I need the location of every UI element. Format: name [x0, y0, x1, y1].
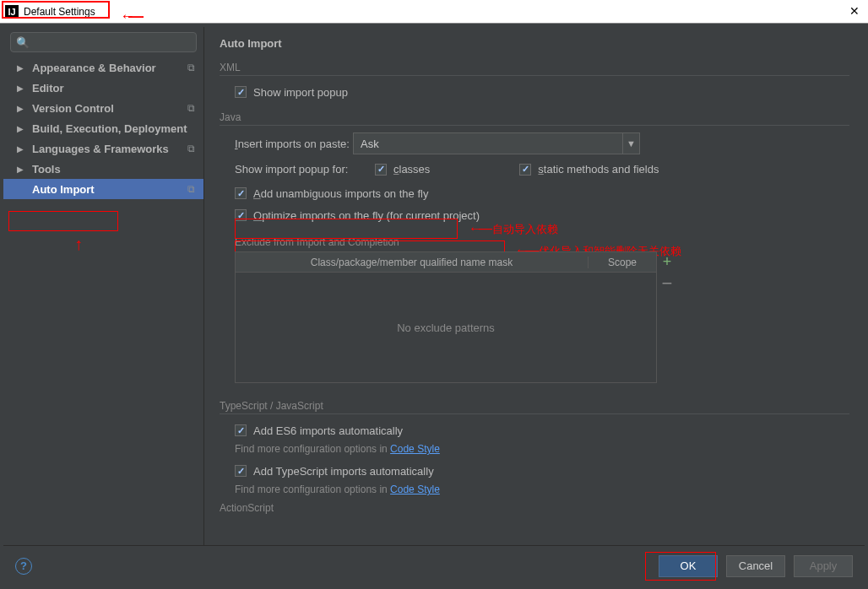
divider	[220, 413, 849, 414]
optimize-label: Optimize imports on the fly (for current…	[253, 209, 480, 222]
classes-label: classes	[393, 163, 430, 176]
section-java: Java	[220, 111, 849, 123]
close-icon[interactable]: ✕	[849, 4, 860, 18]
settings-content: Auto Import XML Show import popup Java I…	[204, 27, 865, 545]
app-icon: IJ	[5, 5, 19, 19]
settings-tree: ▶Appearance & Behavior⧉ ▶Editor ▶Version…	[3, 57, 203, 199]
checkbox-classes[interactable]	[375, 164, 387, 176]
copy-icon: ⧉	[187, 183, 195, 195]
dialog-buttons: ? OK Cancel Apply	[3, 545, 865, 586]
code-style-link[interactable]: Code Style	[390, 443, 440, 455]
divider	[220, 75, 849, 76]
settings-sidebar: 🔍 ▶Appearance & Behavior⧉ ▶Editor ▶Versi…	[3, 27, 204, 545]
apply-button[interactable]: Apply	[794, 555, 853, 577]
tree-auto-import[interactable]: Auto Import⧉	[3, 179, 203, 199]
window-title: Default Settings	[24, 6, 95, 18]
code-style-link-2[interactable]: Code Style	[390, 484, 440, 495]
popup-for-row: Show import popup for: classes static me…	[235, 163, 849, 176]
paste-select[interactable]: Ask ▼	[353, 132, 640, 154]
checkbox-static[interactable]	[519, 164, 531, 176]
ts-block: TypeScript / JavaScript Add ES6 imports …	[220, 400, 849, 495]
exclude-table: Class/package/member qualified name mask…	[235, 251, 657, 383]
remove-icon[interactable]: −	[658, 279, 676, 288]
help-icon[interactable]: ?	[15, 558, 32, 575]
es6-hint: Find more configuration options in Code …	[235, 443, 849, 455]
es6-row[interactable]: Add ES6 imports automatically	[235, 421, 849, 440]
table-actions: + −	[658, 252, 676, 288]
search-input-wrap[interactable]: 🔍	[10, 32, 197, 52]
xml-show-popup-label: Show import popup	[253, 86, 348, 99]
checkbox-optimize[interactable]	[235, 209, 247, 221]
ok-button[interactable]: OK	[659, 555, 718, 577]
optimize-row[interactable]: Optimize imports on the fly (for current…	[235, 206, 849, 224]
col-scope: Scope	[589, 257, 656, 268]
paste-label: Insert imports on paste:	[235, 138, 353, 150]
divider	[220, 125, 849, 126]
chevron-right-icon: ▶	[17, 63, 27, 73]
java-block: Insert imports on paste: Ask ▼ Show impo…	[220, 132, 849, 383]
window-titlebar: IJ Default Settings ✕	[0, 0, 868, 24]
ts-hint: Find more configuration options in Code …	[235, 484, 849, 495]
ts-imports-row[interactable]: Add TypeScript imports automatically	[235, 462, 849, 480]
tree-editor[interactable]: ▶Editor	[3, 78, 203, 98]
copy-icon: ⧉	[187, 143, 195, 154]
checkbox-es6[interactable]	[235, 424, 247, 436]
paste-row: Insert imports on paste: Ask ▼	[235, 132, 849, 154]
search-input[interactable]	[33, 35, 191, 49]
popup-for-label: Show import popup for:	[235, 163, 353, 176]
chevron-right-icon: ▶	[17, 84, 27, 93]
tree-build[interactable]: ▶Build, Execution, Deployment	[3, 118, 203, 138]
chevron-right-icon: ▶	[17, 165, 27, 174]
tree-tools[interactable]: ▶Tools	[3, 159, 203, 179]
add-unambiguous-label: Add unambiguous imports on the fly	[253, 187, 428, 200]
tree-appearance[interactable]: ▶Appearance & Behavior⧉	[3, 57, 203, 78]
cancel-button[interactable]: Cancel	[726, 555, 785, 577]
xml-show-popup-row[interactable]: Show import popup	[235, 83, 849, 101]
col-mask: Class/package/member qualified name mask	[236, 257, 589, 268]
table-header: Class/package/member qualified name mask…	[236, 252, 656, 273]
add-unambiguous-row[interactable]: Add unambiguous imports on the fly	[235, 184, 849, 203]
chevron-right-icon: ▶	[17, 144, 27, 154]
es6-label: Add ES6 imports automatically	[253, 424, 403, 437]
search-icon: 🔍	[16, 36, 30, 49]
section-xml: XML	[220, 62, 849, 73]
section-ts: TypeScript / JavaScript	[220, 400, 849, 412]
copy-icon: ⧉	[187, 62, 195, 73]
checkbox-ts-imports[interactable]	[235, 465, 247, 477]
checkbox-xml-show-popup[interactable]	[235, 86, 247, 98]
copy-icon: ⧉	[187, 102, 195, 114]
section-actionscript: ActionScript	[220, 502, 849, 514]
table-empty: No exclude patterns	[236, 273, 656, 382]
exclude-label: Exclude from Import and Completion	[235, 236, 849, 248]
chevron-down-icon: ▼	[622, 133, 639, 154]
ts-imports-label: Add TypeScript imports automatically	[253, 465, 434, 478]
checkbox-add-unambiguous[interactable]	[235, 187, 247, 199]
chevron-right-icon: ▶	[17, 104, 27, 113]
chevron-right-icon: ▶	[17, 124, 27, 133]
static-label: static methods and fields	[538, 163, 659, 176]
tree-version-control[interactable]: ▶Version Control⧉	[3, 98, 203, 118]
page-title: Auto Import	[220, 37, 849, 50]
add-icon[interactable]: +	[658, 256, 676, 267]
paste-value: Ask	[361, 138, 379, 150]
tree-languages[interactable]: ▶Languages & Frameworks⧉	[3, 138, 203, 159]
